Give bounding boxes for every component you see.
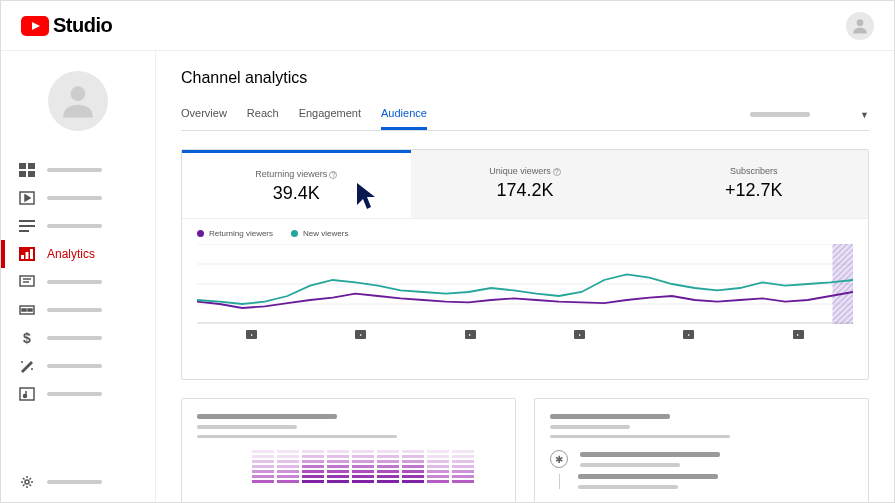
- svg-point-22: [24, 395, 27, 398]
- tab-engagement[interactable]: Engagement: [299, 99, 361, 130]
- list-icon: [19, 219, 35, 233]
- svg-point-23: [25, 480, 29, 484]
- play-badge-icon: [355, 330, 366, 339]
- viewers-chart: Returning viewers New viewers: [182, 219, 868, 379]
- nav-label-analytics: Analytics: [47, 247, 95, 261]
- person-icon: [850, 16, 870, 36]
- comment-icon: [19, 275, 35, 289]
- nav-item-dashboard[interactable]: [1, 156, 155, 184]
- main-content: Channel analytics Overview Reach Engagem…: [156, 51, 894, 503]
- music-icon: [19, 387, 35, 401]
- chart-x-ticks: [197, 330, 853, 339]
- play-badge-icon: [246, 330, 257, 339]
- nav-item-subtitles[interactable]: [1, 296, 155, 324]
- tab-reach[interactable]: Reach: [247, 99, 279, 130]
- top-geographies-card: ✱: [534, 398, 869, 503]
- svg-rect-17: [28, 309, 32, 311]
- nav-item-analytics[interactable]: Analytics: [1, 240, 155, 268]
- bug-icon: ✱: [550, 450, 568, 468]
- date-range-picker[interactable]: ▼: [750, 110, 869, 120]
- watch-time-card: [181, 398, 516, 503]
- play-badge-icon: [683, 330, 694, 339]
- dashboard-icon: [19, 163, 35, 177]
- play-badge-icon: [793, 330, 804, 339]
- svg-rect-14: [20, 276, 34, 286]
- svg-rect-5: [19, 171, 26, 177]
- analytics-tabs: Overview Reach Engagement Audience: [181, 99, 427, 130]
- svg-rect-13: [30, 249, 33, 259]
- svg-rect-10: [19, 230, 29, 232]
- metric-subscribers[interactable]: Subscribers +12.7K: [639, 150, 868, 218]
- nav-item-settings[interactable]: [1, 468, 155, 496]
- tab-overview[interactable]: Overview: [181, 99, 227, 130]
- svg-point-2: [71, 86, 86, 101]
- chevron-down-icon: ▼: [860, 110, 869, 120]
- person-icon: [56, 79, 100, 123]
- svg-rect-33: [833, 244, 854, 324]
- svg-text:$: $: [23, 331, 31, 345]
- svg-rect-3: [19, 163, 26, 169]
- nav-item-feedback[interactable]: !: [1, 496, 155, 503]
- info-icon: ?: [553, 168, 561, 176]
- svg-rect-21: [20, 388, 34, 400]
- nav-item-playlists[interactable]: [1, 212, 155, 240]
- svg-rect-11: [21, 255, 24, 259]
- nav-item-monetization[interactable]: $: [1, 324, 155, 352]
- tab-audience[interactable]: Audience: [381, 99, 427, 130]
- svg-point-19: [21, 361, 23, 363]
- app-header: Studio: [1, 1, 894, 51]
- nav-item-audio[interactable]: [1, 380, 155, 408]
- cursor-icon: [355, 181, 381, 215]
- app-name: Studio: [53, 14, 112, 37]
- play-badge-icon: [574, 330, 585, 339]
- account-avatar[interactable]: [846, 12, 874, 40]
- svg-point-1: [857, 19, 864, 26]
- play-badge-icon: [465, 330, 476, 339]
- wand-icon: [19, 359, 35, 373]
- svg-rect-9: [19, 225, 35, 227]
- svg-rect-4: [28, 163, 35, 169]
- nav-item-customization[interactable]: [1, 352, 155, 380]
- channel-avatar[interactable]: [48, 71, 108, 131]
- page-title: Channel analytics: [181, 69, 869, 87]
- subtitles-icon: [19, 303, 35, 317]
- svg-rect-12: [26, 252, 29, 259]
- metric-unique-viewers[interactable]: Unique viewers? 174.2K: [411, 150, 640, 218]
- dollar-icon: $: [19, 331, 35, 345]
- heatmap-chart: [197, 450, 500, 483]
- nav-item-content[interactable]: [1, 184, 155, 212]
- video-icon: [19, 191, 35, 205]
- svg-rect-16: [22, 309, 26, 311]
- nav-item-comments[interactable]: [1, 268, 155, 296]
- legend-returning: Returning viewers: [197, 229, 273, 238]
- youtube-icon: [21, 16, 49, 36]
- svg-rect-8: [19, 220, 35, 222]
- youtube-studio-logo[interactable]: Studio: [21, 14, 112, 37]
- line-chart-svg: [197, 244, 853, 324]
- legend-new: New viewers: [291, 229, 348, 238]
- info-icon: ?: [329, 171, 337, 179]
- svg-rect-6: [28, 171, 35, 177]
- metrics-card: Returning viewers? 39.4K Unique viewers?…: [181, 149, 869, 380]
- analytics-icon: [19, 247, 35, 261]
- sidebar: Analytics $ !: [1, 51, 156, 503]
- metric-returning-viewers[interactable]: Returning viewers? 39.4K: [182, 150, 411, 218]
- svg-point-20: [31, 368, 33, 370]
- gear-icon: [19, 475, 35, 489]
